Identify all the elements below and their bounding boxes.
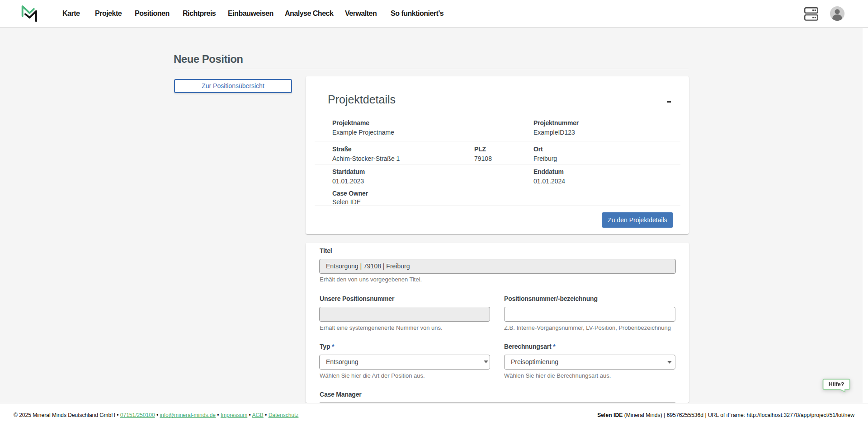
svg-text:Hilfe?: Hilfe? [829, 381, 844, 388]
